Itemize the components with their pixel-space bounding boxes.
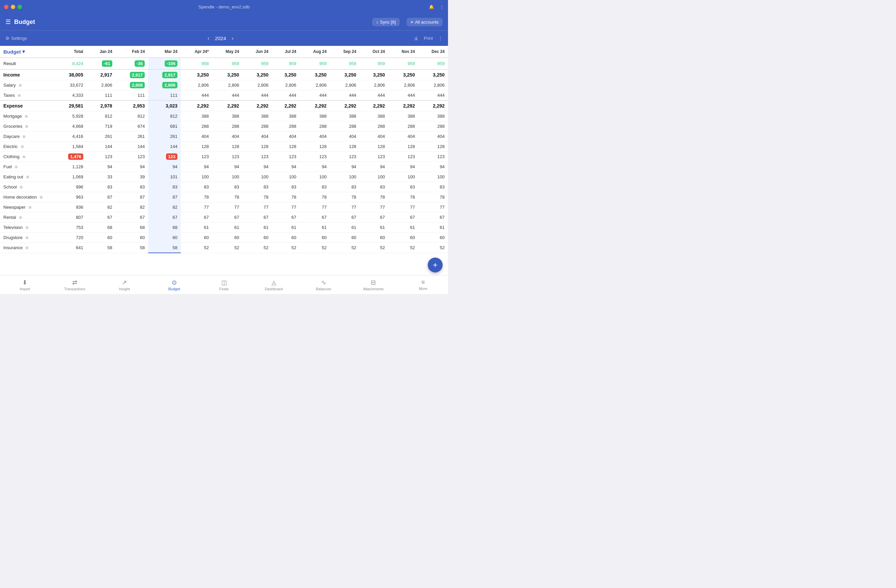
cell: 87 — [87, 192, 116, 202]
table-row: Fuel ⊕1,128949494949494949494949494 — [0, 162, 448, 172]
all-accounts-button[interactable]: ≡ All accounts — [407, 18, 443, 26]
nav-feats[interactable]: ◫ Feats — [199, 275, 249, 294]
cell: 78 — [418, 192, 448, 202]
more-icon[interactable]: ⋮ — [440, 5, 444, 9]
cell: 404 — [330, 132, 360, 141]
cell: 100 — [388, 172, 418, 182]
cell: 288 — [300, 122, 330, 132]
target-icon[interactable]: ⊕ — [40, 195, 43, 200]
row-label-cell: School ⊕ — [0, 182, 54, 192]
cell: 100 — [418, 172, 448, 182]
value-badge: -36 — [135, 60, 145, 67]
fab-button[interactable]: + — [428, 258, 443, 272]
attachments-icon: ⊟ — [371, 279, 376, 286]
target-icon[interactable]: ⊕ — [28, 205, 32, 210]
target-icon[interactable]: ⊕ — [22, 134, 26, 139]
row-label-cell: Home decoration ⊕ — [0, 192, 54, 202]
nav-dashboard-label: Dashboard — [265, 287, 283, 291]
value-badge: 2,917 — [130, 72, 145, 78]
cell: 1,476 — [54, 152, 87, 162]
cell: 404 — [181, 132, 212, 141]
budget-dropdown[interactable]: Budget ▾ — [3, 49, 50, 55]
insight-icon: ↗ — [122, 279, 127, 286]
row-label-cell: Eating out ⊕ — [0, 172, 54, 182]
cell: 959 — [242, 58, 272, 70]
nav-transactions[interactable]: ⇄ Transactions — [50, 275, 100, 294]
target-icon[interactable]: ⊕ — [26, 175, 29, 179]
nav-budget-label: Budget — [168, 287, 180, 291]
subheader-more-icon[interactable]: ⋮ — [438, 36, 443, 41]
cell: 996 — [54, 182, 87, 192]
target-icon[interactable]: ⊕ — [24, 114, 28, 119]
row-label-cell: Clothing ⊕ — [0, 152, 54, 161]
bell-icon[interactable]: 🔔 — [429, 5, 434, 9]
nav-dashboard[interactable]: ◬ Dashboard — [249, 275, 299, 294]
cell: 1,128 — [54, 162, 87, 172]
nav-import[interactable]: ⬇ Import — [0, 275, 50, 294]
cell: 67 — [181, 213, 212, 223]
cell: 61 — [330, 223, 360, 232]
cell: 123 — [272, 152, 300, 162]
print-icon[interactable]: 🖨 — [414, 36, 418, 41]
col-nov: Nov 24 — [388, 46, 418, 58]
cell: 2,917 — [87, 70, 116, 80]
cell: 83 — [148, 182, 181, 192]
nav-more[interactable]: ≡ More — [398, 275, 448, 294]
target-icon[interactable]: ⊕ — [20, 185, 23, 190]
minimize-button[interactable] — [11, 5, 15, 9]
prev-year-button[interactable]: ‹ — [207, 35, 209, 42]
target-icon[interactable]: ⊕ — [18, 83, 22, 88]
table-row: Income38,0052,9172,9172,9173,2503,2503,2… — [0, 70, 448, 80]
value-badge: -61 — [102, 60, 112, 67]
table-row: Expense29,5812,9782,9533,0232,2922,2922,… — [0, 100, 448, 111]
value-badge: 2,806 — [162, 82, 177, 88]
nav-insight[interactable]: ↗ Insight — [99, 275, 149, 294]
table-row: Clothing ⊕1,4761231231231231231231231231… — [0, 152, 448, 162]
budget-label: Budget — [3, 49, 21, 55]
cell: 67 — [212, 213, 242, 223]
target-icon[interactable]: ⊕ — [15, 164, 18, 169]
target-icon[interactable]: ⊕ — [25, 225, 29, 230]
close-button[interactable] — [4, 5, 8, 9]
nav-attachments-label: Attachments — [363, 287, 384, 291]
table-row: Drugstore ⊕720606060606060606060606060 — [0, 232, 448, 243]
target-icon[interactable]: ⊕ — [25, 245, 29, 250]
nav-balances[interactable]: ∿ Balances — [299, 275, 349, 294]
header-title: Budget — [14, 18, 35, 26]
row-label-cell: Fuel ⊕ — [0, 162, 54, 172]
cell: 83 — [242, 182, 272, 192]
cell: 94 — [212, 162, 242, 172]
cell: 61 — [418, 223, 448, 232]
target-icon[interactable]: ⊕ — [18, 93, 21, 98]
cell: 5,928 — [54, 111, 87, 122]
next-year-button[interactable]: › — [232, 35, 233, 42]
cell: 123 — [330, 152, 360, 162]
hamburger-icon[interactable]: ☰ — [5, 18, 11, 26]
cell: 288 — [212, 122, 242, 132]
target-icon[interactable]: ⊕ — [22, 154, 26, 159]
target-icon[interactable]: ⊕ — [25, 124, 28, 129]
cell: 4,416 — [54, 132, 87, 141]
nav-budget[interactable]: ⊙ Budget — [149, 275, 200, 294]
maximize-button[interactable] — [18, 5, 22, 9]
cell: 100 — [242, 172, 272, 182]
row-label: Daycare — [3, 134, 20, 139]
row-label: Insurance — [3, 245, 23, 250]
header-right: ↕ Sync [6] ≡ All accounts — [372, 18, 443, 26]
settings-button[interactable]: ⚙ Settings — [5, 36, 27, 41]
row-label: Newspaper — [3, 205, 26, 210]
nav-attachments[interactable]: ⊟ Attachments — [349, 275, 398, 294]
cell: 94 — [148, 162, 181, 172]
cell: 94 — [388, 162, 418, 172]
target-icon[interactable]: ⊕ — [21, 144, 24, 149]
cell: 78 — [300, 192, 330, 202]
target-icon[interactable]: ⊕ — [19, 215, 22, 220]
cell: 52 — [300, 243, 330, 253]
sync-button[interactable]: ↕ Sync [6] — [372, 18, 400, 26]
row-label-cell: Groceries ⊕ — [0, 122, 54, 131]
target-icon[interactable]: ⊕ — [25, 236, 29, 240]
cell: 52 — [272, 243, 300, 253]
cell: 67 — [116, 213, 148, 223]
table-row: Mortgage ⊕5,9288128128123883883883883883… — [0, 111, 448, 122]
year-navigation: ‹ 2024 › — [27, 35, 414, 42]
